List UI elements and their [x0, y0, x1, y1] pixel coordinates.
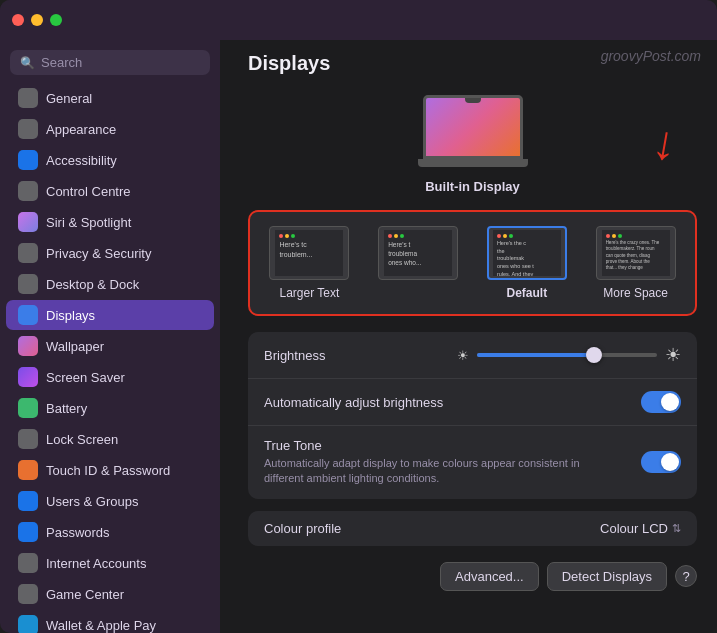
sidebar: 🔍 Search GeneralAppearanceAccessibilityC…: [0, 0, 220, 633]
advanced-button[interactable]: Advanced...: [440, 562, 539, 591]
game-icon: [18, 584, 38, 604]
detect-displays-button[interactable]: Detect Displays: [547, 562, 667, 591]
true-tone-toggle[interactable]: [641, 451, 681, 473]
wallet-icon: [18, 615, 38, 633]
touchid-icon: [18, 460, 38, 480]
laptop-base: [418, 159, 528, 167]
screensaver-icon: [18, 367, 38, 387]
title-bar: [0, 0, 717, 40]
passwords-icon: [18, 522, 38, 542]
auto-brightness-label: Automatically adjust brightness: [264, 395, 443, 410]
sidebar-label-game: Game Center: [46, 587, 124, 602]
sidebar-item-touchid[interactable]: Touch ID & Password: [6, 455, 214, 485]
res-preview-inner-4: Here's the crazy ones. Thetroublemakerz.…: [602, 230, 670, 276]
auto-brightness-toggle[interactable]: [641, 391, 681, 413]
auto-brightness-row: Automatically adjust brightness: [248, 379, 697, 426]
res-label-default: Default: [507, 286, 548, 300]
sidebar-label-wallpaper: Wallpaper: [46, 339, 104, 354]
general-icon: [18, 88, 38, 108]
res-preview-larger-text: Here's tctroublem...: [269, 226, 349, 280]
true-tone-label: True Tone: [264, 438, 604, 453]
internet-icon: [18, 553, 38, 573]
sidebar-item-control[interactable]: Control Centre: [6, 176, 214, 206]
maximize-button[interactable]: [50, 14, 62, 26]
sidebar-label-desktop: Desktop & Dock: [46, 277, 139, 292]
true-tone-sublabel: Automatically adapt display to make colo…: [264, 456, 604, 487]
resolution-option-more-space[interactable]: Here's the crazy ones. Thetroublemakerz.…: [586, 226, 685, 300]
resolution-option-larger-text[interactable]: Here's tctroublem... Larger Text: [260, 226, 359, 300]
sidebar-item-general[interactable]: General: [6, 83, 214, 113]
accessibility-icon: [18, 150, 38, 170]
sidebar-item-lock[interactable]: Lock Screen: [6, 424, 214, 454]
sidebar-item-passwords[interactable]: Passwords: [6, 517, 214, 547]
laptop-preview: [418, 95, 528, 171]
bottom-bar: Advanced... Detect Displays ?: [248, 562, 697, 591]
sidebar-label-siri: Siri & Spotlight: [46, 215, 131, 230]
sidebar-item-appearance[interactable]: Appearance: [6, 114, 214, 144]
brightness-label: Brightness: [264, 348, 325, 363]
sidebar-item-privacy[interactable]: Privacy & Security: [6, 238, 214, 268]
sidebar-label-control: Control Centre: [46, 184, 131, 199]
res-preview-inner-2: Here's ttroublemaones who...: [384, 230, 452, 276]
resolution-option-medium[interactable]: Here's ttroublemaones who...: [369, 226, 468, 300]
minimize-button[interactable]: [31, 14, 43, 26]
brightness-slider[interactable]: [477, 353, 657, 357]
brightness-fill: [477, 353, 594, 357]
res-preview-inner: Here's tctroublem...: [275, 230, 343, 276]
desktop-icon: [18, 274, 38, 294]
resolution-option-default[interactable]: Here's the cthetroublemakones who see tr…: [478, 226, 577, 300]
siri-icon: [18, 212, 38, 232]
sidebar-label-touchid: Touch ID & Password: [46, 463, 170, 478]
main-content: groovyPost.com Displays Built-in Display…: [220, 0, 717, 633]
search-icon: 🔍: [20, 56, 35, 70]
colour-profile-value: Colour LCD: [600, 521, 668, 536]
sidebar-label-displays: Displays: [46, 308, 95, 323]
brightness-low-icon: ☀: [457, 348, 469, 363]
sidebar-label-appearance: Appearance: [46, 122, 116, 137]
close-button[interactable]: [12, 14, 24, 26]
sidebar-item-screensaver[interactable]: Screen Saver: [6, 362, 214, 392]
sidebar-item-displays[interactable]: Displays: [6, 300, 214, 330]
brightness-high-icon: ☀: [665, 344, 681, 366]
sidebar-item-desktop[interactable]: Desktop & Dock: [6, 269, 214, 299]
sidebar-item-wallpaper[interactable]: Wallpaper: [6, 331, 214, 361]
appearance-icon: [18, 119, 38, 139]
brightness-thumb[interactable]: [586, 347, 602, 363]
laptop-screen: [423, 95, 523, 159]
sidebar-item-battery[interactable]: Battery: [6, 393, 214, 423]
resolution-options-box: Here's tctroublem... Larger Text Here's …: [248, 210, 697, 316]
sidebar-item-siri[interactable]: Siri & Spotlight: [6, 207, 214, 237]
sidebar-label-users: Users & Groups: [46, 494, 138, 509]
control-icon: [18, 181, 38, 201]
help-button[interactable]: ?: [675, 565, 697, 587]
users-icon: [18, 491, 38, 511]
res-preview-default: Here's the cthetroublemakones who see tr…: [487, 226, 567, 280]
sidebar-item-users[interactable]: Users & Groups: [6, 486, 214, 516]
watermark: groovyPost.com: [601, 48, 701, 64]
brightness-slider-wrap[interactable]: ☀ ☀: [457, 344, 681, 366]
search-box[interactable]: 🔍 Search: [10, 50, 210, 75]
chevron-updown-icon: ⇅: [672, 522, 681, 535]
display-label: Built-in Display: [425, 179, 520, 194]
sidebar-item-game[interactable]: Game Center: [6, 579, 214, 609]
sidebar-label-passwords: Passwords: [46, 525, 110, 540]
colour-profile-dropdown[interactable]: Colour LCD ⇅: [600, 521, 681, 536]
sidebar-label-wallet: Wallet & Apple Pay: [46, 618, 156, 633]
toggle-knob-true-tone: [661, 453, 679, 471]
sidebar-label-battery: Battery: [46, 401, 87, 416]
battery-icon: [18, 398, 38, 418]
settings-section-brightness: Brightness ☀ ☀ Automatically adjust brig…: [248, 332, 697, 499]
wallpaper-icon: [18, 336, 38, 356]
sidebar-label-internet: Internet Accounts: [46, 556, 146, 571]
laptop-notch: [465, 98, 481, 103]
colour-profile-label: Colour profile: [264, 521, 341, 536]
sidebar-item-wallet[interactable]: Wallet & Apple Pay: [6, 610, 214, 633]
sidebar-item-internet[interactable]: Internet Accounts: [6, 548, 214, 578]
sidebar-label-screensaver: Screen Saver: [46, 370, 125, 385]
search-input[interactable]: Search: [41, 55, 82, 70]
res-preview-medium: Here's ttroublemaones who...: [378, 226, 458, 280]
true-tone-row: True Tone Automatically adapt display to…: [248, 426, 697, 499]
sidebar-label-accessibility: Accessibility: [46, 153, 117, 168]
sidebar-label-lock: Lock Screen: [46, 432, 118, 447]
sidebar-item-accessibility[interactable]: Accessibility: [6, 145, 214, 175]
